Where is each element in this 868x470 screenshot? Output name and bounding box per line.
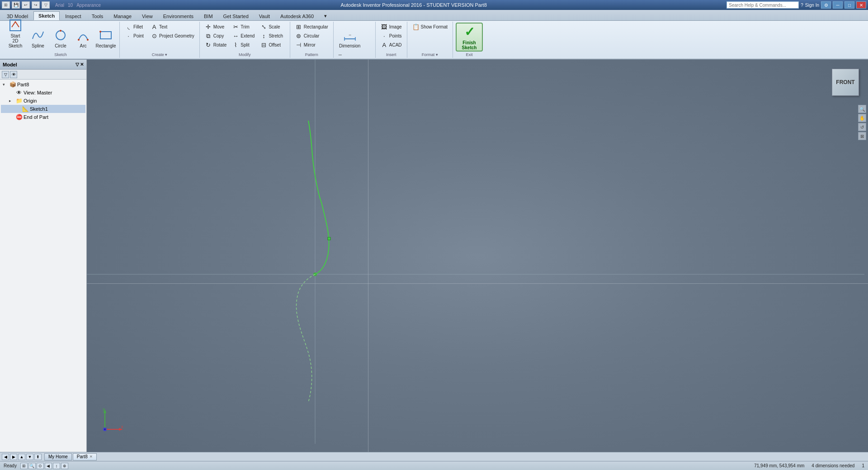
tab-environments[interactable]: Environments: [158, 11, 198, 20]
title-text: Autodesk Inventor Professional 2016 - ST…: [101, 2, 726, 8]
create-tools: ◟ Fillet · Point A Text ⊙ Project Geomet…: [123, 23, 197, 52]
fillet-label: Fillet: [133, 24, 143, 29]
mirror-button[interactable]: ⊣ Mirror: [293, 41, 330, 49]
modify-tools: ✛ Move ⧉ Copy ↻ Rotate ✂ Trim ↔: [203, 23, 285, 52]
quick-dropdown[interactable]: ▽: [42, 1, 50, 9]
maximize-button[interactable]: □: [844, 1, 854, 9]
help-icon[interactable]: ?: [801, 3, 803, 8]
fillet-button[interactable]: ◟ Fillet: [123, 23, 147, 31]
close-button[interactable]: ✕: [856, 1, 866, 9]
circle-button[interactable]: Circle: [50, 23, 71, 50]
rectangular-pattern-button[interactable]: ⊞ Rectangular: [293, 23, 330, 31]
tab-expand[interactable]: ⬆: [34, 454, 42, 460]
statusbar-btn6[interactable]: ⊕: [61, 463, 68, 469]
offset-button[interactable]: ⊟ Offset: [258, 41, 285, 49]
tab-get-started[interactable]: Get Started: [218, 11, 254, 20]
font-size[interactable]: 10: [68, 3, 73, 8]
tab-nav-down[interactable]: ▼: [26, 454, 33, 460]
ribbon: Start2D Sketch Spline Circle: [0, 21, 868, 60]
viewport[interactable]: FRONT 🔍 ✋ ↺ ⊠ x y: [87, 60, 868, 452]
project-geometry-icon: ⊙: [151, 33, 158, 39]
statusbar-btn1[interactable]: ⊞: [20, 463, 28, 469]
statusbar-btn3[interactable]: ⊙: [37, 463, 44, 469]
view-toggle-button[interactable]: 👁: [10, 71, 17, 78]
rectangle-button[interactable]: Rectangle: [95, 23, 117, 50]
model-dropdown-icon[interactable]: ▽: [75, 62, 79, 67]
trim-button[interactable]: ✂ Trim: [230, 23, 257, 31]
insert-col1: 🖼 Image · Points A ACAD: [378, 23, 404, 50]
tab-nav-up[interactable]: ▲: [18, 454, 25, 460]
move-button[interactable]: ✛ Move: [203, 23, 229, 31]
view-cube[interactable]: FRONT: [832, 69, 859, 96]
font-selector[interactable]: Arial: [55, 3, 64, 8]
point-button[interactable]: · Point: [123, 32, 147, 40]
part8-expander[interactable]: ▾: [3, 82, 8, 87]
tab-nav-right[interactable]: ▶: [10, 454, 17, 460]
tab-view[interactable]: View: [137, 11, 158, 20]
copy-button[interactable]: ⧉ Copy: [203, 32, 229, 40]
circular-pattern-button[interactable]: ⊚ Circular: [293, 32, 330, 40]
sketch-canvas: [87, 60, 868, 452]
origin-icon: 📁: [15, 98, 23, 104]
tab-part8[interactable]: Part8 ✕: [73, 453, 97, 461]
scale-button[interactable]: ⤡ Scale: [258, 23, 285, 31]
stretch-button[interactable]: ↕ Stretch: [258, 32, 285, 40]
image-button[interactable]: 🖼 Image: [378, 23, 404, 31]
appearance-selector[interactable]: Appearance: [76, 3, 101, 8]
acad-button[interactable]: A ACAD: [378, 41, 404, 49]
zoom-button[interactable]: 🔍: [858, 105, 866, 113]
right-toolbar: 🔍 ✋ ↺ ⊠: [858, 105, 866, 140]
statusbar-btn5[interactable]: ↕: [53, 463, 60, 469]
show-format-button[interactable]: 📋 Show Format: [410, 23, 450, 31]
exit-tools: ✓ FinishSketch: [456, 23, 483, 52]
statusbar-btn4[interactable]: ◀: [45, 463, 52, 469]
quick-redo-button[interactable]: ↪: [32, 1, 40, 9]
arc-label: Arc: [80, 43, 87, 48]
tab-autodesk-360[interactable]: Autodesk A360: [275, 11, 319, 20]
extend-button[interactable]: ↔ Extend: [230, 32, 257, 40]
tab-sketch[interactable]: Sketch: [33, 11, 60, 20]
tab-bim[interactable]: BIM: [199, 11, 218, 20]
text-button[interactable]: A Text: [148, 23, 197, 31]
pan-button[interactable]: ✋: [858, 114, 866, 122]
tree-item-end-of-part[interactable]: ⛔ End of Part: [1, 113, 85, 121]
rotate-button[interactable]: ↻ Rotate: [203, 41, 229, 49]
minimize-button[interactable]: ─: [833, 1, 843, 9]
tab-more[interactable]: ▾: [319, 11, 332, 20]
constrain-btn1[interactable]: ─: [336, 51, 361, 59]
quick-save-button[interactable]: 💾: [12, 1, 20, 9]
tab-inspect[interactable]: Inspect: [60, 11, 86, 20]
tab-vault[interactable]: Vault: [254, 11, 275, 20]
finish-sketch-button[interactable]: ✓ FinishSketch: [456, 23, 483, 52]
tab-home[interactable]: My Home: [44, 453, 72, 461]
start-sketch-icon: [8, 18, 23, 33]
tab-tools[interactable]: Tools: [87, 11, 108, 20]
tree-item-sketch1[interactable]: 📐 Sketch1: [1, 105, 85, 113]
tab-part8-close[interactable]: ✕: [90, 455, 93, 459]
filter-button[interactable]: ▽: [2, 71, 9, 78]
sign-in-button[interactable]: Sign In: [805, 3, 819, 8]
spline-button[interactable]: Spline: [27, 23, 49, 50]
tab-bar: ◀ ▶ ▲ ▼ ⬆ My Home Part8 ✕: [0, 452, 868, 461]
tab-nav-left[interactable]: ◀: [2, 454, 9, 460]
ribbon-group-format: 📋 Show Format Format ▾: [407, 22, 453, 58]
tree-item-origin[interactable]: ▸ 📁 Origin: [1, 97, 85, 105]
fit-button[interactable]: ⊠: [858, 132, 866, 140]
start-2d-sketch-button[interactable]: Start2D Sketch: [5, 23, 26, 50]
project-geometry-button[interactable]: ⊙ Project Geometry: [148, 32, 197, 40]
arc-button[interactable]: Arc: [72, 23, 94, 50]
tree-item-part8[interactable]: ▾ 📦 Part8: [1, 80, 85, 89]
app-menu-button[interactable]: ⊞: [2, 1, 10, 9]
tree-item-view-master[interactable]: 👁 View: Master: [1, 89, 85, 97]
model-panel-close[interactable]: ✕: [80, 62, 84, 67]
tab-manage[interactable]: Manage: [108, 11, 137, 20]
orbit-button[interactable]: ↺: [858, 123, 866, 131]
quick-undo-button[interactable]: ↩: [22, 1, 30, 9]
split-button[interactable]: ⌇ Split: [230, 41, 257, 49]
origin-expander[interactable]: ▸: [9, 99, 14, 103]
points-button[interactable]: · Points: [378, 32, 404, 40]
titlebar-settings[interactable]: ⚙: [821, 1, 831, 9]
dimension-button[interactable]: ↔ Dimension: [336, 23, 363, 50]
search-input[interactable]: [726, 1, 799, 9]
statusbar-btn2[interactable]: 🔍: [28, 463, 36, 469]
